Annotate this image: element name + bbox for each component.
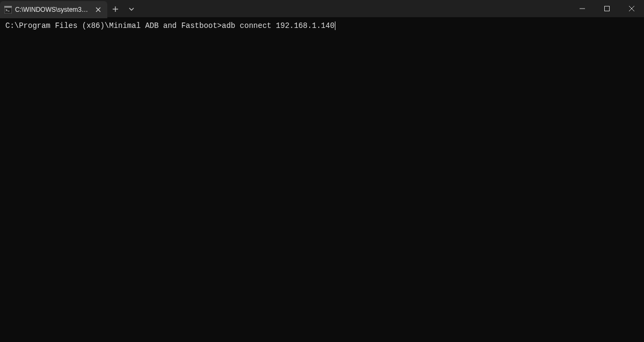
titlebar[interactable]: C:\WINDOWS\system32\cmd. — [0, 0, 644, 17]
minimize-button[interactable] — [570, 0, 595, 17]
tabs-area: C:\WINDOWS\system32\cmd. — [0, 0, 107, 17]
command-text: adb connect 192.168.1.140 — [222, 21, 334, 30]
svg-rect-8 — [605, 6, 610, 11]
maximize-button[interactable] — [595, 0, 619, 17]
cmd-icon — [4, 6, 12, 13]
titlebar-actions — [107, 0, 140, 17]
terminal-line: C:\Program Files (x86)\Minimal ADB and F… — [5, 21, 639, 30]
new-tab-button[interactable] — [107, 1, 123, 17]
tab-cmd[interactable]: C:\WINDOWS\system32\cmd. — [0, 1, 107, 18]
close-button[interactable] — [619, 0, 644, 17]
tab-dropdown-button[interactable] — [123, 1, 140, 17]
text-cursor — [335, 21, 335, 30]
prompt-text: C:\Program Files (x86)\Minimal ADB and F… — [5, 21, 222, 30]
terminal-window: C:\WINDOWS\system32\cmd. — [0, 0, 644, 342]
svg-rect-1 — [4, 6, 12, 8]
titlebar-drag-area[interactable] — [140, 0, 570, 17]
tab-close-button[interactable] — [94, 5, 102, 14]
tab-title: C:\WINDOWS\system32\cmd. — [15, 1, 89, 18]
window-controls — [570, 0, 644, 17]
terminal-body[interactable]: C:\Program Files (x86)\Minimal ADB and F… — [0, 17, 644, 342]
